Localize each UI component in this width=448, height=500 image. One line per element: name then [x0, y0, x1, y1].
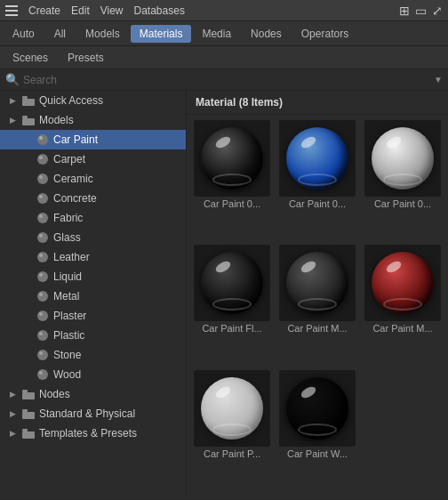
svg-point-19: [39, 273, 43, 277]
svg-point-24: [37, 330, 48, 341]
sidebar: ▶ Quick Access ▶ Models Car Paint: [0, 91, 187, 495]
main-panel: Material (8 Items) Car Paint 0...: [187, 91, 448, 495]
window-controls: ⊞ ▭ ⤢: [399, 4, 443, 18]
maximize-icon[interactable]: ▭: [415, 4, 427, 18]
svg-point-15: [39, 234, 43, 238]
material-icon: [36, 367, 50, 382]
sidebar-item-templates-presets[interactable]: ▶ Templates & Presets: [0, 423, 186, 443]
svg-rect-34: [22, 431, 35, 439]
material-item[interactable]: Car Paint M...: [276, 243, 359, 366]
sidebar-label: Car Paint: [53, 133, 98, 146]
sidebar-item-quick-access[interactable]: ▶ Quick Access: [0, 91, 186, 110]
menu-create[interactable]: Create: [28, 4, 60, 17]
material-item[interactable]: Car Paint W...: [276, 368, 359, 491]
material-item[interactable]: Car Paint M...: [361, 243, 444, 366]
expand-icon: [21, 350, 32, 360]
sidebar-item-plastic[interactable]: Plastic: [0, 326, 186, 345]
svg-point-12: [37, 213, 48, 223]
expand-icon: ▶: [7, 428, 18, 439]
sidebar-label: Quick Access: [39, 94, 103, 107]
tab-scenes[interactable]: Scenes: [4, 49, 57, 67]
material-thumbnail: [279, 370, 356, 447]
sidebar-item-ceramic[interactable]: Ceramic: [0, 169, 186, 189]
material-label: Car Paint W...: [279, 448, 356, 459]
sphere-render: [372, 127, 434, 190]
svg-rect-33: [22, 409, 28, 412]
tab-auto[interactable]: Auto: [4, 25, 44, 43]
sidebar-item-glass[interactable]: Glass: [0, 228, 186, 247]
svg-point-4: [37, 134, 48, 145]
material-thumbnail: [279, 245, 356, 321]
content-area: ▶ Quick Access ▶ Models Car Paint: [0, 91, 448, 495]
sidebar-item-carpet[interactable]: Carpet: [0, 149, 186, 169]
svg-point-20: [37, 291, 48, 302]
materials-grid: Car Paint 0... Car Paint 0...: [187, 115, 448, 495]
tab-models[interactable]: Models: [76, 25, 129, 43]
svg-rect-31: [22, 390, 28, 392]
tab-all[interactable]: All: [45, 25, 75, 43]
material-item[interactable]: Car Paint 0...: [276, 118, 359, 241]
svg-point-27: [39, 351, 43, 355]
external-icon[interactable]: ⤢: [432, 4, 443, 18]
sphere-render: [201, 127, 263, 190]
sidebar-item-car-paint[interactable]: Car Paint: [0, 130, 186, 149]
material-item[interactable]: Car Paint 0...: [190, 118, 274, 241]
svg-point-5: [39, 136, 43, 140]
svg-point-16: [37, 252, 48, 262]
sidebar-item-plaster[interactable]: Plaster: [0, 306, 186, 326]
menu-view[interactable]: View: [100, 4, 124, 17]
expand-icon: [21, 193, 32, 204]
search-dropdown-arrow[interactable]: ▼: [434, 75, 443, 85]
expand-icon: [21, 213, 32, 223]
sidebar-item-models[interactable]: ▶ Models: [0, 110, 186, 130]
expand-icon: [21, 252, 32, 262]
primary-tabs: Auto All Models Materials Media Nodes Op…: [0, 21, 448, 46]
material-item[interactable]: Car Paint 0...: [361, 118, 444, 241]
expand-icon: [21, 291, 32, 302]
material-item[interactable]: Car Paint P...: [190, 368, 274, 491]
material-icon: [36, 172, 50, 186]
expand-icon: [21, 232, 32, 243]
material-thumbnail: [364, 245, 441, 321]
material-label: Car Paint Fl...: [194, 323, 270, 334]
material-label: Car Paint M...: [364, 323, 441, 334]
folder-icon: [21, 93, 36, 108]
tab-materials[interactable]: Materials: [131, 25, 192, 43]
svg-point-28: [37, 369, 48, 380]
hamburger-menu[interactable]: [5, 5, 18, 16]
sidebar-label: Wood: [53, 368, 81, 381]
sidebar-item-stone[interactable]: Stone: [0, 345, 186, 365]
material-label: Car Paint 0...: [279, 198, 356, 209]
svg-rect-2: [22, 118, 35, 125]
svg-point-10: [37, 193, 48, 204]
panel-header: Material (8 Items): [187, 91, 448, 115]
sidebar-item-fabric[interactable]: Fabric: [0, 208, 186, 228]
sidebar-label: Glass: [53, 231, 81, 244]
stack-icon[interactable]: ⊞: [399, 4, 410, 18]
sidebar-item-liquid[interactable]: Liquid: [0, 267, 186, 286]
folder-icon: [21, 387, 36, 401]
sidebar-item-standard-physical[interactable]: ▶ Standard & Physical: [0, 404, 186, 423]
tab-nodes[interactable]: Nodes: [242, 25, 291, 43]
material-label: Car Paint M...: [279, 323, 356, 334]
material-icon: [36, 191, 50, 206]
tab-presets[interactable]: Presets: [59, 49, 113, 67]
expand-icon: ▶: [7, 95, 18, 106]
material-label: Car Paint 0...: [364, 198, 441, 209]
material-item[interactable]: Car Paint Fl...: [190, 243, 274, 366]
material-icon: [36, 230, 50, 245]
sidebar-item-concrete[interactable]: Concrete: [0, 189, 186, 208]
svg-point-29: [39, 371, 43, 375]
svg-point-6: [37, 154, 48, 165]
menu-edit[interactable]: Edit: [71, 4, 90, 17]
menu-databases[interactable]: Databases: [134, 4, 185, 17]
sidebar-item-leather[interactable]: Leather: [0, 247, 186, 267]
tab-media[interactable]: Media: [193, 25, 240, 43]
sidebar-item-wood[interactable]: Wood: [0, 365, 186, 384]
sidebar-item-metal[interactable]: Metal: [0, 286, 186, 306]
tab-operators[interactable]: Operators: [292, 25, 357, 43]
svg-rect-35: [22, 429, 28, 431]
sidebar-label: Concrete: [53, 192, 97, 205]
search-input[interactable]: [23, 74, 430, 86]
sidebar-item-nodes[interactable]: ▶ Nodes: [0, 384, 186, 404]
